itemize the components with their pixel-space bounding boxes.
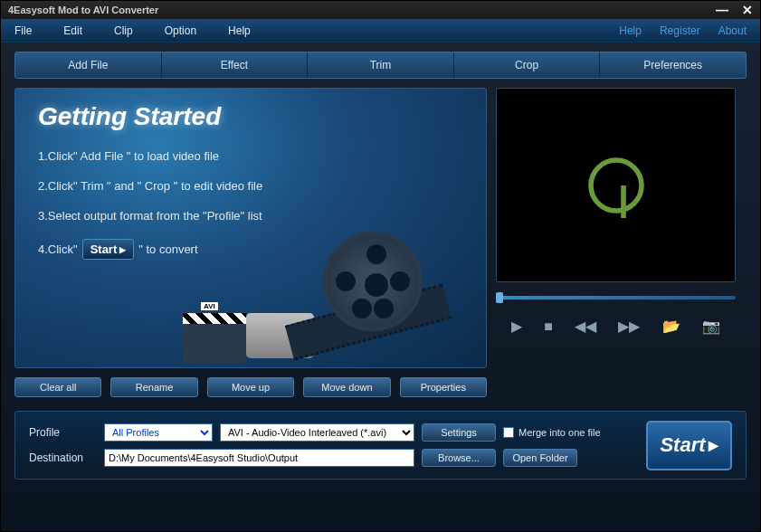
getting-started-title: Getting Started [38, 102, 463, 131]
menu-option[interactable]: Option [165, 24, 196, 37]
window-title: 4Easysoft Mod to AVI Converter [8, 5, 158, 15]
link-help[interactable]: Help [619, 24, 642, 37]
menu-edit[interactable]: Edit [63, 24, 82, 37]
toolbar-trim[interactable]: Trim [308, 52, 454, 78]
next-icon[interactable]: ▶▶ [618, 318, 640, 335]
start-inline-button[interactable]: Start [82, 239, 135, 260]
settings-button[interactable]: Settings [422, 423, 496, 442]
menu-clip[interactable]: Clip [114, 24, 133, 37]
snapshot-icon[interactable]: 📷 [702, 318, 720, 335]
step-2: 2.Click" Trim " and " Crop " to edit vid… [38, 179, 463, 193]
profile-label: Profile [29, 426, 97, 439]
properties-button[interactable]: Properties [400, 377, 487, 397]
bottom-panel: Profile All Profiles AVI - Audio-Video I… [14, 411, 747, 480]
menu-file[interactable]: File [14, 24, 32, 37]
move-down-button[interactable]: Move down [303, 377, 390, 397]
toolbar-crop[interactable]: Crop [454, 52, 601, 78]
open-folder-button[interactable]: Open Folder [503, 449, 577, 467]
move-up-button[interactable]: Move up [207, 377, 294, 397]
clear-all-button[interactable]: Clear all [14, 377, 101, 397]
step-1: 1.Click" Add File " to load video file [38, 149, 463, 163]
format-select[interactable]: AVI - Audio-Video Interleaved (*.avi) [220, 423, 414, 442]
logo-icon [580, 149, 652, 222]
merge-label: Merge into one file [518, 427, 601, 438]
destination-label: Destination [29, 451, 97, 464]
rename-button[interactable]: Rename [110, 377, 197, 397]
menu-help[interactable]: Help [228, 24, 251, 37]
close-button[interactable]: ✕ [742, 3, 753, 17]
titlebar: 4Easysoft Mod to AVI Converter — ✕ [1, 1, 760, 19]
svg-point-0 [591, 160, 642, 211]
toolbar-add-file[interactable]: Add File [15, 52, 162, 78]
browse-button[interactable]: Browse... [422, 449, 496, 467]
minimize-button[interactable]: — [716, 3, 728, 17]
link-register[interactable]: Register [660, 24, 700, 37]
preview-panel [496, 88, 736, 282]
film-reel-icon [323, 232, 432, 340]
toolbar: Add File Effect Trim Crop Preferences [14, 52, 747, 79]
menubar: File Edit Clip Option Help Help Register… [1, 19, 760, 43]
open-icon[interactable]: 📂 [662, 318, 680, 335]
clapboard-icon: AVI [183, 313, 246, 363]
profile-select[interactable]: All Profiles [104, 423, 213, 442]
destination-input[interactable] [104, 449, 414, 467]
stop-icon[interactable]: ■ [544, 318, 553, 335]
merge-checkbox[interactable] [503, 427, 514, 438]
getting-started-panel: Getting Started 1.Click" Add File " to l… [14, 88, 487, 368]
toolbar-preferences[interactable]: Preferences [600, 52, 746, 78]
start-button[interactable]: Start [646, 421, 732, 470]
link-about[interactable]: About [718, 24, 747, 37]
step-3: 3.Select output format from the "Profile… [38, 209, 463, 223]
prev-icon[interactable]: ◀◀ [575, 318, 596, 335]
play-icon[interactable]: ▶ [511, 318, 522, 335]
toolbar-effect[interactable]: Effect [162, 52, 309, 78]
seek-thumb[interactable] [496, 292, 503, 303]
seek-bar[interactable] [496, 296, 736, 299]
